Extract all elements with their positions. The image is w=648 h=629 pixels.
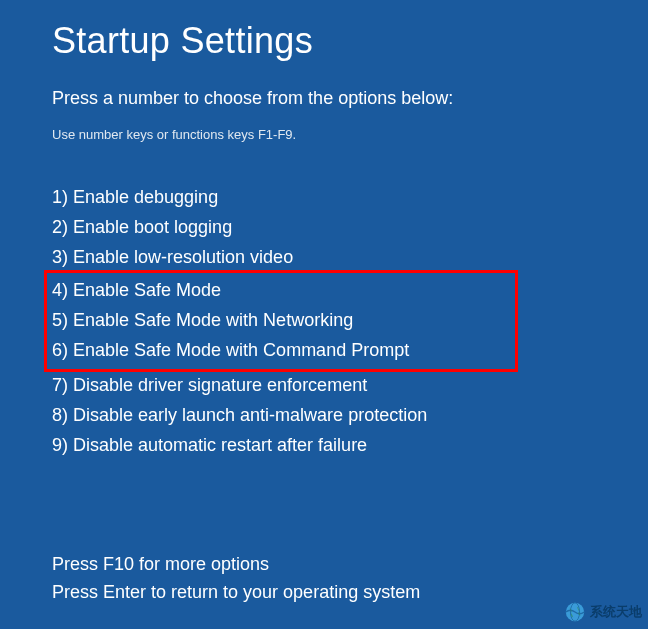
footer-more-options: Press F10 for more options bbox=[52, 550, 598, 578]
highlight-annotation: 4) Enable Safe Mode 5) Enable Safe Mode … bbox=[44, 270, 518, 372]
page-title: Startup Settings bbox=[52, 20, 598, 62]
options-list: 1) Enable debugging 2) Enable boot loggi… bbox=[52, 182, 598, 460]
option-9-disable-auto-restart[interactable]: 9) Disable automatic restart after failu… bbox=[52, 430, 598, 460]
watermark-text: 系统天地 bbox=[590, 603, 642, 621]
option-2-boot-logging[interactable]: 2) Enable boot logging bbox=[52, 212, 598, 242]
footer-return: Press Enter to return to your operating … bbox=[52, 578, 598, 606]
watermark: 系统天地 bbox=[564, 601, 642, 623]
key-hint: Use number keys or functions keys F1-F9. bbox=[52, 127, 598, 142]
option-4-safe-mode[interactable]: 4) Enable Safe Mode bbox=[52, 275, 510, 305]
instruction-subtitle: Press a number to choose from the option… bbox=[52, 88, 598, 109]
option-1-debugging[interactable]: 1) Enable debugging bbox=[52, 182, 598, 212]
option-7-disable-driver-sig[interactable]: 7) Disable driver signature enforcement bbox=[52, 370, 598, 400]
footer-instructions: Press F10 for more options Press Enter t… bbox=[52, 550, 598, 606]
globe-icon bbox=[564, 601, 586, 623]
option-8-disable-antimalware[interactable]: 8) Disable early launch anti-malware pro… bbox=[52, 400, 598, 430]
option-5-safe-mode-networking[interactable]: 5) Enable Safe Mode with Networking bbox=[52, 305, 510, 335]
option-3-low-res-video[interactable]: 3) Enable low-resolution video bbox=[52, 242, 598, 272]
option-6-safe-mode-cmd[interactable]: 6) Enable Safe Mode with Command Prompt bbox=[52, 335, 510, 365]
